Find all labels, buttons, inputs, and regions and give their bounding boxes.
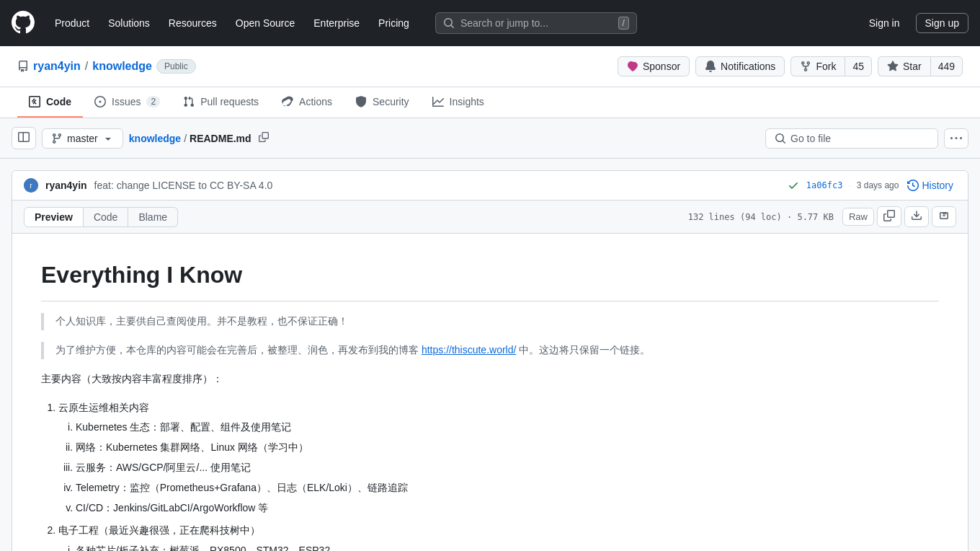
- more-options-button[interactable]: [944, 128, 968, 149]
- pr-tab-icon: [183, 96, 195, 107]
- star-count[interactable]: 449: [930, 56, 963, 76]
- history-button[interactable]: History: [904, 178, 956, 193]
- fork-count[interactable]: 45: [845, 56, 872, 76]
- sidebar-toggle-button[interactable]: [12, 127, 36, 149]
- copy-path-button[interactable]: [256, 131, 272, 146]
- tab-code[interactable]: Code: [17, 87, 83, 118]
- security-tab-label: Security: [373, 96, 409, 107]
- github-header: Product Solutions Resources Open Source …: [0, 0, 980, 46]
- blockquote1-text: 个人知识库，主要供自己查阅使用。并不是教程，也不保证正确！: [55, 313, 927, 330]
- tab-actions[interactable]: Actions: [270, 87, 344, 118]
- copy-file-icon: [883, 210, 895, 221]
- kebab-icon: [950, 133, 962, 144]
- repo-path: ryan4yin / knowledge Public: [17, 59, 196, 74]
- blame-button[interactable]: Blame: [128, 207, 178, 227]
- search-bar[interactable]: Search or jump to... /: [435, 12, 637, 34]
- github-logo[interactable]: [12, 11, 35, 36]
- nav-pricing[interactable]: Pricing: [370, 12, 418, 35]
- file-container: r ryan4yin feat: change LICENSE to CC BY…: [12, 170, 968, 551]
- sub-item-1-3: 云服务：AWS/GCP/阿里云/... 使用笔记: [76, 459, 939, 477]
- go-to-file-search[interactable]: Go to file: [765, 128, 938, 149]
- check-icon: [788, 180, 799, 191]
- blockquote2-text: 为了维护方便，本仓库的内容可能会在完善后，被整理、润色，再发布到我的博客 htt…: [55, 342, 927, 359]
- star-icon: [887, 61, 899, 72]
- file-stats: 132 lines (94 loc) · 5.77 KB: [688, 212, 834, 222]
- list-item-2-text: 电子工程（最近兴趣很强，正在爬科技树中）: [58, 524, 260, 536]
- nav-product[interactable]: Product: [46, 12, 98, 35]
- commit-hash[interactable]: 1a06fc3: [806, 180, 843, 190]
- fork-label: Fork: [816, 61, 836, 72]
- breadcrumb-file: README.md: [190, 133, 251, 144]
- list-item-1: 云原生运维相关内容 Kubernetes 生态：部署、配置、组件及使用笔记 网络…: [58, 400, 939, 517]
- readme-link[interactable]: https://thiscute.world/: [422, 344, 517, 356]
- commit-separator: ·: [848, 180, 850, 190]
- avatar: r: [24, 178, 38, 193]
- preview-button[interactable]: Preview: [24, 207, 84, 227]
- main-nav: Product Solutions Resources Open Source …: [46, 12, 418, 35]
- repo-name-link[interactable]: knowledge: [92, 60, 152, 73]
- copy-file-button[interactable]: [877, 206, 901, 227]
- code-tab-label: Code: [46, 96, 71, 107]
- insights-tab-icon: [432, 96, 444, 107]
- star-button[interactable]: Star: [878, 56, 930, 76]
- lines-button[interactable]: [932, 206, 956, 227]
- main-content-area: master knowledge / README.md Go to file: [0, 118, 980, 551]
- nav-open-source[interactable]: Open Source: [227, 12, 304, 35]
- repo-actions: Sponsor Notifications Fork 45: [618, 56, 963, 76]
- sub-item-1-4: Telemetry：监控（Prometheus+Grafana）、日志（ELK/…: [76, 480, 939, 497]
- sub-item-1-2: 网络：Kubernetes 集群网络、Linux 网络（学习中）: [76, 439, 939, 457]
- main-content-label: 主要内容（大致按内容丰富程度排序）：: [41, 371, 939, 388]
- branch-selector[interactable]: master: [42, 128, 123, 149]
- tab-issues[interactable]: Issues 2: [83, 87, 172, 118]
- sponsor-label: Sponsor: [643, 61, 680, 72]
- nav-solutions[interactable]: Solutions: [99, 12, 159, 35]
- issues-tab-label: Issues: [112, 96, 141, 107]
- repo-owner-link[interactable]: ryan4yin: [33, 60, 81, 73]
- sponsor-button[interactable]: Sponsor: [618, 56, 690, 76]
- download-button[interactable]: [904, 206, 929, 227]
- tab-pull-requests[interactable]: Pull requests: [172, 87, 270, 118]
- sub-item-1-5: CI/CD：Jenkins/GitLabCI/ArgoWorkflow 等: [76, 500, 939, 517]
- repo-header: ryan4yin / knowledge Public Sponsor Noti…: [0, 46, 980, 87]
- view-btn-group: Preview Code Blame: [24, 207, 178, 227]
- code-tab-icon: [29, 96, 40, 107]
- lines-icon: [938, 210, 950, 221]
- issues-tab-icon: [94, 96, 106, 107]
- file-action-buttons: Raw: [842, 206, 956, 227]
- file-view-header: Preview Code Blame 132 lines (94 loc) · …: [12, 200, 968, 234]
- blockquote2-pre: 为了维护方便，本仓库的内容可能会在完善后，被整理、润色，再发布到我的博客: [55, 344, 419, 356]
- breadcrumb-repo-link[interactable]: knowledge: [129, 133, 181, 144]
- nav-resources[interactable]: Resources: [160, 12, 226, 35]
- sub-list-2: 各种芯片/板子补充：树莓派、RX8500、STM32、ESP32...: [76, 542, 939, 551]
- history-icon: [907, 180, 919, 191]
- readme-content: Everything I Know 个人知识库，主要供自己查阅使用。并不是教程，…: [12, 234, 968, 551]
- commit-author[interactable]: ryan4yin: [45, 180, 87, 191]
- tab-security[interactable]: Security: [344, 87, 421, 118]
- download-icon: [911, 210, 922, 221]
- signin-button[interactable]: Sign in: [862, 14, 907, 32]
- sub-item-1-1: Kubernetes 生态：部署、配置、组件及使用笔记: [76, 419, 939, 436]
- go-to-file-placeholder: Go to file: [790, 133, 831, 144]
- nav-enterprise[interactable]: Enterprise: [305, 12, 368, 35]
- code-view-button[interactable]: Code: [84, 207, 128, 227]
- signup-button[interactable]: Sign up: [916, 13, 968, 33]
- file-toolbar: master knowledge / README.md Go to file: [0, 118, 980, 159]
- fork-button[interactable]: Fork: [790, 56, 845, 76]
- actions-tab-icon: [282, 96, 293, 107]
- actions-tab-label: Actions: [299, 96, 332, 107]
- tab-nav: Code Issues 2 Pull requests Actions Secu…: [0, 87, 980, 118]
- panel-icon: [18, 131, 30, 143]
- bell-icon: [705, 61, 716, 72]
- search-placeholder: Search or jump to...: [460, 17, 618, 29]
- commit-date: 3 days ago: [857, 180, 899, 190]
- file-search-icon: [775, 133, 786, 144]
- branch-label: master: [67, 133, 98, 144]
- tab-insights[interactable]: Insights: [421, 87, 496, 118]
- search-icon: [443, 17, 455, 29]
- copy-icon: [259, 132, 269, 142]
- heart-icon: [627, 61, 638, 72]
- notifications-button[interactable]: Notifications: [695, 56, 785, 76]
- raw-button[interactable]: Raw: [842, 208, 874, 226]
- branch-icon: [51, 133, 63, 144]
- fork-group: Fork 45: [790, 56, 872, 76]
